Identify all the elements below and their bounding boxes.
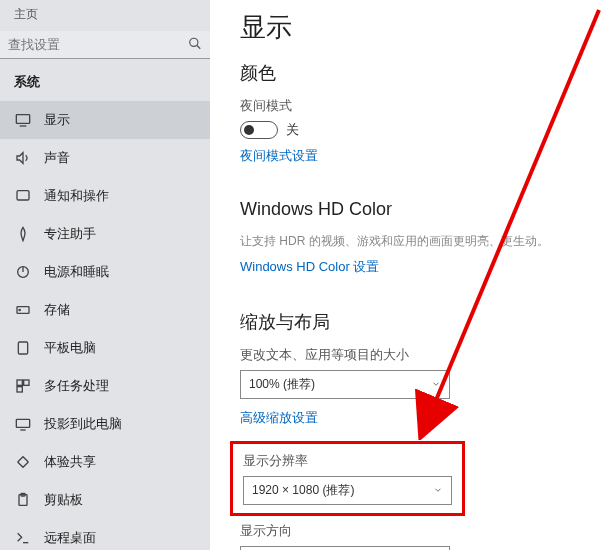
multitask-icon [14,377,32,395]
content: 显示 颜色 夜间模式 关 夜间模式设置 Windows HD Color 让支持… [210,0,609,550]
svg-rect-14 [16,419,29,427]
hd-settings-link[interactable]: Windows HD Color 设置 [240,258,379,276]
sidebar-item-label: 平板电脑 [44,339,96,357]
orientation-label: 显示方向 [240,522,579,540]
svg-point-9 [19,309,20,310]
display-icon [14,111,32,129]
focus-icon [14,225,32,243]
notification-icon [14,187,32,205]
sidebar-item-clipboard[interactable]: 剪贴板 [0,481,210,519]
sidebar-item-label: 存储 [44,301,70,319]
night-mode-label: 夜间模式 [240,97,579,115]
sidebar-item-storage[interactable]: 存储 [0,291,210,329]
home-label[interactable]: 主页 [0,0,210,31]
storage-icon [14,301,32,319]
toggle-knob [244,125,254,135]
resolution-value: 1920 × 1080 (推荐) [252,482,354,499]
nav-list: 显示 声音 通知和操作 专注助手 电源和睡眠 存储 [0,101,210,550]
sidebar-item-label: 投影到此电脑 [44,415,122,433]
sound-icon [14,149,32,167]
sidebar-item-label: 显示 [44,111,70,129]
highlight-annotation: 显示分辨率 1920 × 1080 (推荐) [230,441,465,516]
night-mode-state: 关 [286,121,299,139]
search-wrap [0,31,210,59]
chevron-down-icon [431,378,441,392]
page-title: 显示 [240,10,579,45]
sidebar-item-power[interactable]: 电源和睡眠 [0,253,210,291]
svg-rect-11 [17,380,22,385]
project-icon [14,415,32,433]
night-mode-toggle[interactable] [240,121,278,139]
sidebar-item-shared[interactable]: 体验共享 [0,443,210,481]
sidebar-item-tablet[interactable]: 平板电脑 [0,329,210,367]
sidebar-item-display[interactable]: 显示 [0,101,210,139]
color-section-title: 颜色 [240,61,579,85]
category-heading: 系统 [0,69,210,101]
night-mode-settings-link[interactable]: 夜间模式设置 [240,147,318,165]
sidebar-item-project[interactable]: 投影到此电脑 [0,405,210,443]
sidebar-item-sound[interactable]: 声音 [0,139,210,177]
sidebar-item-label: 多任务处理 [44,377,109,395]
scale-title: 缩放与布局 [240,310,579,334]
search-icon [188,37,202,54]
hd-title: Windows HD Color [240,199,579,220]
svg-rect-13 [17,387,22,392]
svg-rect-10 [18,342,27,354]
scale-value: 100% (推荐) [249,376,315,393]
sidebar-item-label: 专注助手 [44,225,96,243]
sidebar-item-label: 体验共享 [44,453,96,471]
sidebar-item-notifications[interactable]: 通知和操作 [0,177,210,215]
tablet-icon [14,339,32,357]
clipboard-icon [14,491,32,509]
sidebar-item-multitask[interactable]: 多任务处理 [0,367,210,405]
svg-rect-2 [16,115,29,124]
resolution-dropdown[interactable]: 1920 × 1080 (推荐) [243,476,452,505]
svg-rect-12 [24,380,29,385]
scale-label: 更改文本、应用等项目的大小 [240,346,579,364]
remote-icon [14,529,32,547]
sidebar-item-focus[interactable]: 专注助手 [0,215,210,253]
hd-desc: 让支持 HDR 的视频、游戏和应用的画面更明亮、更生动。 [240,232,579,250]
svg-point-0 [190,38,198,46]
sidebar-item-label: 远程桌面 [44,529,96,547]
chevron-down-icon [433,484,443,498]
adv-scale-link[interactable]: 高级缩放设置 [240,409,318,427]
sidebar-item-remote[interactable]: 远程桌面 [0,519,210,550]
sidebar-item-label: 通知和操作 [44,187,109,205]
sidebar-item-label: 电源和睡眠 [44,263,109,281]
sidebar: 主页 系统 显示 声音 通知和操作 专注助手 [0,0,210,550]
search-input[interactable] [0,31,210,59]
sidebar-item-label: 剪贴板 [44,491,83,509]
svg-marker-4 [17,153,23,164]
orientation-dropdown[interactable]: 横向 [240,546,450,550]
svg-rect-5 [17,191,29,200]
scale-dropdown[interactable]: 100% (推荐) [240,370,450,399]
resolution-label: 显示分辨率 [243,452,452,470]
share-icon [14,453,32,471]
svg-line-1 [197,45,201,49]
power-icon [14,263,32,281]
night-mode-toggle-row: 关 [240,121,579,139]
sidebar-item-label: 声音 [44,149,70,167]
